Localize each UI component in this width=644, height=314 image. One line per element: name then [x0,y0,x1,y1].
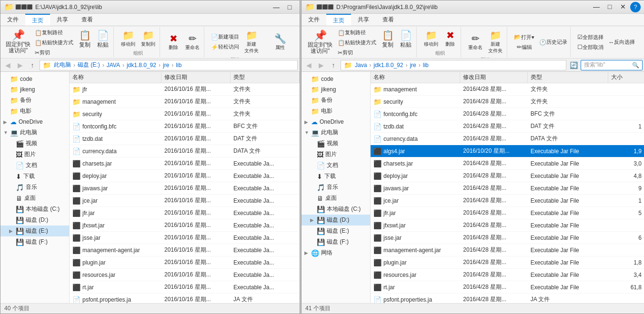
left-row-psfont[interactable]: 📄psfont.properties.ja 2016/10/16 星期... J… [70,294,300,303]
left-tab-view[interactable]: 查看 [75,14,100,26]
left-col-name[interactable]: 名称 [70,72,161,83]
right-sidebar-movies[interactable]: 📁 电影 [302,106,370,117]
left-sidebar-pictures[interactable]: 🖼 图片 [0,149,69,160]
right-refresh-button[interactable]: 🔄 [568,60,579,70]
right-pasteshortcut-button[interactable]: 📋粘贴快捷方式 [336,38,378,47]
left-row-fontconfig[interactable]: 📄fontconfig.bfc 2016/10/16 星期... BFC 文件 [70,120,300,133]
left-row-tzdb[interactable]: 📄tzdb.dat 2016/10/16 星期... DAT 文件 [70,133,300,145]
left-copy-path-button[interactable]: 📋复制路径 [33,28,75,37]
left-sidebar-ddrive[interactable]: 💾 磁盘 (D:) [0,215,69,226]
right-sidebar-network[interactable]: ▶ 🌐 网络 [302,247,370,258]
left-maximize-button[interactable]: □ [283,2,296,12]
right-selectnone-button[interactable]: ☐全部取消 [575,43,605,52]
right-sidebar-pictures[interactable]: 🖼 图片 [302,149,370,160]
right-sidebar-edrive[interactable]: 💾 磁盘 (E:) [302,226,370,236]
right-rename-button[interactable]: ✏ 重命名 [466,31,485,52]
left-paste-shortcut-button[interactable]: 📋粘贴快捷方式 [33,38,75,47]
left-row-charsets[interactable]: ⬛charsets.jar 2016/10/16 星期... Executabl… [70,157,300,170]
left-row-jfxswt[interactable]: ⬛jfxswt.jar 2016/10/16 星期... Executable … [70,219,300,232]
right-row-deploy[interactable]: ⬛deploy.jar 2016/4/28 星期... Executable J… [371,170,644,182]
right-open-button[interactable]: 📂打开▾ [512,33,536,42]
right-edit-button[interactable]: ✏编辑 [515,43,534,52]
right-sidebar-desktop[interactable]: 🖥 桌面 [302,193,370,204]
right-col-size[interactable]: 大小 [608,72,644,83]
left-sidebar-backup[interactable]: 📁 备份 [0,95,69,106]
right-sidebar-cdrive[interactable]: 💾 本地磁盘 (C:) [302,204,370,215]
left-pin-button[interactable]: 📌 固定到"快速访问" [4,28,32,57]
left-breadcrumb-java[interactable]: JAVA [106,62,121,69]
right-row-plugin[interactable]: ⬛plugin.jar 2016/4/28 星期... Executable J… [371,256,644,269]
left-row-rt[interactable]: ⬛rt.jar 2016/10/16 星期... Executable Ja..… [70,281,300,294]
left-breadcrumb-jre[interactable]: jre [162,62,170,69]
left-up-button[interactable]: ↑ [27,60,38,70]
left-row-management[interactable]: 📁management 2016/10/16 星期... 文件夹 [70,96,300,108]
left-row-javaws[interactable]: ⬛javaws.jar 2016/10/16 星期... Executable … [70,182,300,195]
right-row-rt[interactable]: ⬛rt.jar 2016/4/28 星期... Executable Jar F… [371,281,644,294]
left-row-jfr-jar[interactable]: ⬛jfr.jar 2016/10/16 星期... Executable Ja.… [70,207,300,219]
left-tab-home[interactable]: 主页 [25,14,50,26]
left-sidebar-music[interactable]: 🎵 音乐 [0,182,69,193]
left-breadcrumb-computer[interactable]: 此电脑 [53,61,72,69]
left-back-button[interactable]: ◀ [2,60,13,70]
right-sidebar-code[interactable]: 📁 code [302,74,370,84]
right-close-button[interactable]: ✕ [617,2,629,11]
left-sidebar-edrive[interactable]: ▶ 💾 磁盘 (E:) [0,226,69,236]
right-tab-home[interactable]: 主页 [326,14,351,26]
right-tab-file[interactable]: 文件 [302,14,326,26]
right-sidebar-backup[interactable]: 📁 备份 [302,95,370,106]
left-sidebar-docs[interactable]: 📄 文档 [0,160,69,171]
right-help-button[interactable]: ? [630,2,641,12]
right-forward-button[interactable]: ▶ [316,60,326,70]
left-paste-button[interactable]: 📄 粘贴 [94,28,111,57]
right-invert-button[interactable]: ↔反向选择 [606,38,637,47]
right-row-management[interactable]: 📁management 2016/4/28 星期... 文件夹 [371,83,644,96]
left-minimize-button[interactable]: — [270,2,282,12]
left-row-security[interactable]: 📁security 2016/10/16 星期... 文件夹 [70,108,300,120]
left-sidebar-videos[interactable]: 🎬 视频 [0,138,69,149]
left-sidebar-onedrive[interactable]: ▶ ☁ OneDrive [0,117,69,127]
right-row-jsse[interactable]: ⬛jsse.jar 2016/4/28 星期... Executable Jar… [371,232,644,244]
left-tab-file[interactable]: 文件 [0,14,25,26]
right-moveto-button[interactable]: 📁 移动到 [422,28,441,49]
right-breadcrumb-lib[interactable]: lib [422,62,430,69]
right-row-tzdb[interactable]: 📄tzdb.dat 2016/4/28 星期... DAT 文件 1 [371,120,644,133]
right-row-mgmtagent[interactable]: ⬛management-agent.jar 2016/4/28 星期... Ex… [371,244,644,256]
left-sidebar-code[interactable]: 📁 code [0,74,69,84]
right-back-button[interactable]: ◀ [303,60,314,70]
left-sidebar-downloads[interactable]: ⬇ 下载 [0,171,69,182]
right-copypath-button[interactable]: 📋复制路径 [336,28,378,37]
right-minimize-button[interactable]: — [590,2,603,11]
left-row-plugin[interactable]: ⬛plugin.jar 2016/10/16 星期... Executable … [70,256,300,269]
left-row-mgmtagent[interactable]: ⬛management-agent.jar 2016/10/16 星期... E… [70,244,300,256]
right-history-button[interactable]: 🕐历史记录 [537,38,569,47]
right-paste-button[interactable]: 📄 粘贴 [397,28,414,57]
right-breadcrumb-jdk[interactable]: jdk1.8.0_92 [372,62,404,69]
right-breadcrumb-java[interactable]: Java [354,62,368,69]
right-breadcrumb-jre[interactable]: jre [409,62,417,69]
right-row-currency[interactable]: 📄currency.data 2016/4/28 星期... DATA 文件 [371,133,644,145]
right-sidebar-jikeng[interactable]: 📁 jikeng [302,84,370,95]
right-row-fontconfig[interactable]: 📄fontconfig.bfc 2016/4/28 星期... BFC 文件 [371,108,644,120]
left-address-path[interactable]: 📁 此电脑 › 磁盘 (E:) › JAVA › jdk1.8.0_92 › j… [40,60,298,70]
right-newfolder-button[interactable]: 📁 新建文件夹 [486,28,505,56]
right-pin-button[interactable]: 📌 固定到"快速访问" [305,28,335,57]
right-tab-view[interactable]: 查看 [376,14,401,26]
right-row-jfr[interactable]: ⬛jfr.jar 2016/4/28 星期... Executable Jar … [371,207,644,219]
right-row-javaws[interactable]: ⬛javaws.jar 2016/4/28 星期... Executable J… [371,182,644,195]
right-copy-button[interactable]: 📋 复制 [379,28,396,57]
right-search-box[interactable]: 搜索"lib" 🔍 [581,60,643,70]
right-row-charsets[interactable]: ⬛charsets.jar 2016/4/28 星期... Executable… [371,157,644,170]
right-sidebar-videos[interactable]: 🎬 视频 [302,138,370,149]
right-sidebar-music[interactable]: 🎵 音乐 [302,182,370,193]
right-row-security[interactable]: 📁security 2016/4/28 星期... 文件夹 [371,96,644,108]
left-row-currency[interactable]: 📄currency.data 2016/10/16 星期... DATA 文件 [70,145,300,157]
left-breadcrumb-jdk[interactable]: jdk1.8.0_92 [126,62,157,69]
left-rename-button[interactable]: ✏ 重命名 [183,31,202,52]
left-row-deploy[interactable]: ⬛deploy.jar 2016/10/16 星期... Executable … [70,170,300,182]
left-breadcrumb-lib[interactable]: lib [175,62,182,69]
right-sidebar-downloads[interactable]: ⬇ 下载 [302,171,370,182]
left-sidebar-desktop[interactable]: 🖥 桌面 [0,193,69,204]
left-col-date[interactable]: 修改日期 [161,72,231,83]
right-sidebar-onedrive[interactable]: ▶ ☁ OneDrive [302,117,370,127]
right-address-path[interactable]: 📁 Java › jdk1.8.0_92 › jre › lib [341,60,566,70]
